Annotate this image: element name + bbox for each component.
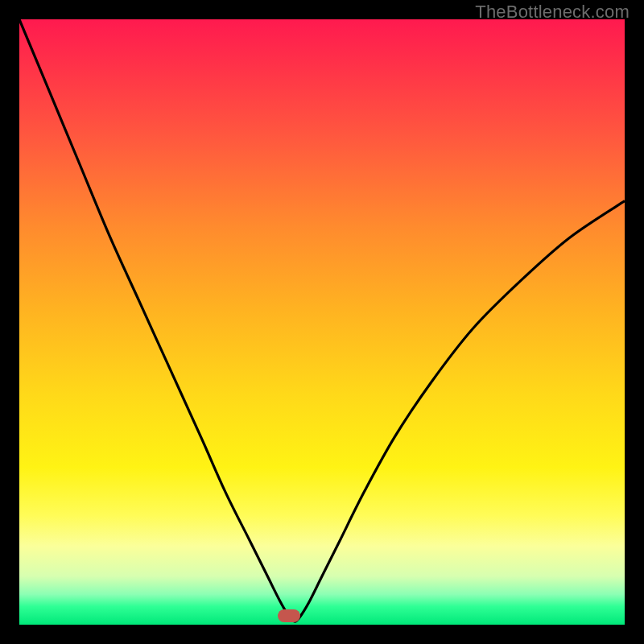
optimal-point-marker (278, 609, 300, 622)
watermark-text: TheBottleneck.com (475, 2, 630, 23)
bottleneck-curve (19, 19, 625, 625)
chart-frame: TheBottleneck.com (0, 0, 644, 644)
